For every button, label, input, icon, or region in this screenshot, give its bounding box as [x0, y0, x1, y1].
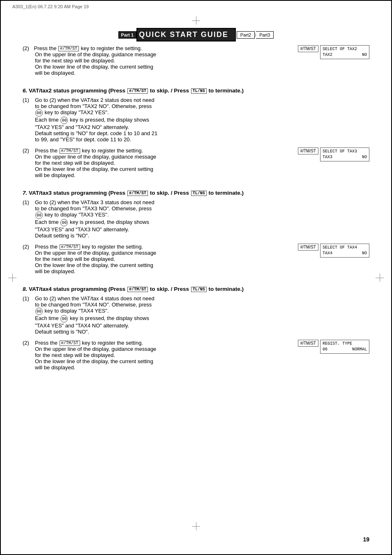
right-crosshair — [376, 274, 384, 282]
step-7-2-text: Press the #/TM/ST key to register the se… — [35, 244, 156, 274]
key-00-7-1b: 00 — [60, 219, 68, 226]
section-7-header: 7. VAT/tax3 status programming (Press #/… — [23, 190, 369, 196]
key-00-6-1b: 00 — [60, 117, 68, 124]
section-8: 8. VAT/tax4 status programming (Press #/… — [23, 286, 369, 371]
section-6-title: VAT/tax2 status programming — [29, 88, 107, 94]
step-7-1-text: Go to (2) when the VAT/tax 3 status does… — [35, 199, 154, 239]
section-6-header: 6. VAT/tax2 status programming (Press #/… — [23, 88, 369, 94]
step-5-2-line2: for the next step will be displayed. — [35, 58, 294, 64]
key-htmst-btn-6-2: #/TM/ST — [298, 147, 318, 154]
step-8-1-text: Go to (2) when the VAT/tax 4 status does… — [35, 295, 154, 335]
section-6-step1-main: (1) Go to (2) when the VAT/tax 2 status … — [23, 97, 369, 143]
key-tlns-hdr8: TL/NS — [191, 287, 207, 292]
s7-1-l6: Default setting is "NO". — [35, 233, 154, 239]
s7-2-l5: will be displayed. — [35, 268, 156, 274]
section-6-step2-row: (2) Press the #/TM/ST key to register th… — [23, 147, 294, 178]
section-8-num: 8. — [23, 286, 27, 292]
step-5-2-main: (2) Press the #/TM/ST key to register th… — [23, 45, 294, 76]
s8-2-l4: On the lower line of the display, the cu… — [35, 358, 156, 364]
top-crosshair — [192, 16, 200, 25]
lcd-display-7-2: SELECT OF TAX4TAX4 NO — [320, 244, 369, 258]
s7-1-l1: Go to (2) when the VAT/tax 3 status does… — [35, 199, 154, 205]
s6-1-l6: Default setting is "NO" for dept. code 1… — [35, 130, 157, 136]
step-5-2-right: #/TM/ST SELECT OF TAX2TAX2 NO — [298, 45, 369, 59]
key-htmst-btn-7-2: #/TM/ST — [298, 244, 318, 251]
main-content: (2) Press the #/TM/ST key to register th… — [23, 45, 369, 382]
s8-1-l6: Default setting is "NO". — [35, 329, 154, 335]
key-00-6-1: 00 — [35, 109, 43, 117]
section-6: 6. VAT/tax2 status programming (Press #/… — [23, 88, 369, 178]
s7-1-l5: "TAX3 YES" and "TAX3 NO" alternately. — [35, 226, 154, 233]
section-6-step1-row: (1) Go to (2) when the VAT/tax 2 status … — [23, 97, 369, 143]
section-7-title: VAT/tax3 status programming — [29, 190, 107, 196]
s6-2-l4: On the lower line of the display, the cu… — [35, 166, 156, 172]
section-7-step2: (2) Press the #/TM/ST key to register th… — [23, 244, 369, 274]
s8-2-l5: will be displayed. — [35, 364, 156, 371]
s6-1-l1: Go to (2) when the VAT/tax 2 status does… — [35, 97, 157, 103]
s8-1-l1: Go to (2) when the VAT/tax 4 status does… — [35, 295, 154, 302]
s8-1-l2: to be changed from "TAX4 NO". Otherwise,… — [35, 302, 154, 308]
section-8-step2-right: #/TM/ST REGIST. TYPE06 NORMAL — [298, 340, 369, 354]
s7-1-l2: to be changed from "TAX3 NO". Otherwise,… — [35, 205, 154, 212]
section-8-step2-row: (2) Press the #/TM/ST key to register th… — [23, 340, 294, 371]
s6-2-l1: Press the #/TM/ST key to register the se… — [35, 147, 156, 154]
key-htmst-8-2: #/TM/ST — [60, 341, 80, 346]
section-8-subtitle: (Press #/TM/ST to skip. / Press TL/NS to… — [108, 286, 244, 292]
key-htmst-hdr6: #/TM/ST — [127, 88, 148, 94]
lcd-display-8-2: REGIST. TYPE06 NORMAL — [320, 340, 369, 354]
nav-part2-label: Part2 — [237, 31, 255, 39]
key-htmst-display-5-2: #/TM/ST — [298, 45, 318, 52]
key-htmst-6-2: #/TM/ST — [60, 148, 80, 154]
s6-1-l5: "TAX2 YES" and "TAX2 NO" alternately. — [35, 124, 157, 130]
s7-2-l1: Press the #/TM/ST key to register the se… — [35, 244, 156, 250]
left-crosshair — [8, 274, 16, 282]
section-7-step2-right: #/TM/ST SELECT OF TAX4TAX4 NO — [298, 244, 369, 258]
section-7-subtitle: (Press #/TM/ST to skip. / Press TL/NS to… — [108, 190, 244, 196]
s7-1-l3: 00 key to display "TAX3 YES". — [35, 212, 154, 219]
key-tlns-hdr6: TL/NS — [191, 88, 207, 94]
section-6-step2: (2) Press the #/TM/ST key to register th… — [23, 147, 369, 178]
step-6-2-text: Press the #/TM/ST key to register the se… — [35, 147, 156, 178]
s8-1-l3: 00 key to display "TAX4 YES". — [35, 308, 154, 315]
page-number: 19 — [363, 536, 369, 543]
s8-2-l1: Press the #/TM/ST key to register the se… — [35, 340, 156, 346]
navigation-bar: Part 1 QUICK START GUIDE Part2 〉 Part3 — [0, 28, 392, 41]
s6-2-l3: for the next step will be displayed. — [35, 160, 156, 166]
section-6-step1: (1) Go to (2) when the VAT/tax 2 status … — [23, 97, 369, 143]
key-00-7-1: 00 — [35, 212, 43, 219]
section-7: 7. VAT/tax3 status programming (Press #/… — [23, 190, 369, 274]
key-htmst-7-2: #/TM/ST — [60, 244, 80, 250]
top-border — [0, 0, 392, 1]
key-htmst-hdr7: #/TM/ST — [127, 191, 148, 196]
bottom-crosshair — [192, 522, 200, 530]
section-7-step2-row: (2) Press the #/TM/ST key to register th… — [23, 244, 294, 274]
lcd-display-6-2: SELECT OF TAX3TAX3 NO — [320, 147, 369, 161]
step-5-2-label: (2) — [23, 45, 29, 51]
section-8-step2-main: (2) Press the #/TM/ST key to register th… — [23, 340, 294, 371]
section-7-step1-row: (1) Go to (2) when the VAT/tax 3 status … — [23, 199, 369, 239]
left-border — [0, 0, 1, 555]
section-6-step2-main: (2) Press the #/TM/ST key to register th… — [23, 147, 294, 178]
section-7-num: 7. — [23, 190, 27, 196]
s6-2-l5: will be displayed. — [35, 172, 156, 178]
page-header: A303_1(En) 06.7.22 9:20 AM Page 19 — [12, 4, 89, 9]
section-8-step1-row: (1) Go to (2) when the VAT/tax 4 status … — [23, 295, 369, 335]
lcd-display-5-2: SELECT OF TAX2TAX2 NO — [320, 45, 369, 59]
key-htmst-btn-8-2: #/TM/ST — [298, 340, 318, 347]
step-5-2-line1: On the upper line of the display, guidan… — [35, 51, 294, 58]
s6-1-l7: to 99, and "YES" for dept. code 11 to 20… — [35, 136, 157, 143]
s8-2-l2: On the upper line of the display, guidan… — [35, 346, 156, 352]
step-5-2-line3: On the lower line of the display, the cu… — [35, 64, 294, 70]
key-htmst-hdr8: #/TM/ST — [127, 287, 148, 292]
s6-1-l3: 00 key to display "TAX2 YES". — [35, 109, 157, 117]
section-5-continuation: (2) Press the #/TM/ST key to register th… — [23, 45, 369, 76]
section-7-step2-main: (2) Press the #/TM/ST key to register th… — [23, 244, 294, 274]
s8-1-l4: Each time 00 key is pressed, the display… — [35, 315, 154, 322]
step-6-1-text: Go to (2) when the VAT/tax 2 status does… — [35, 97, 157, 143]
step-6-2-label: (2) — [23, 147, 35, 178]
key-tlns-hdr7: TL/NS — [191, 191, 207, 196]
section-8-step1-main: (1) Go to (2) when the VAT/tax 4 status … — [23, 295, 369, 335]
s6-2-l2: On the upper line of the display, guidan… — [35, 154, 156, 160]
key-00-8-1: 00 — [35, 308, 43, 315]
nav-title: QUICK START GUIDE — [136, 28, 236, 41]
